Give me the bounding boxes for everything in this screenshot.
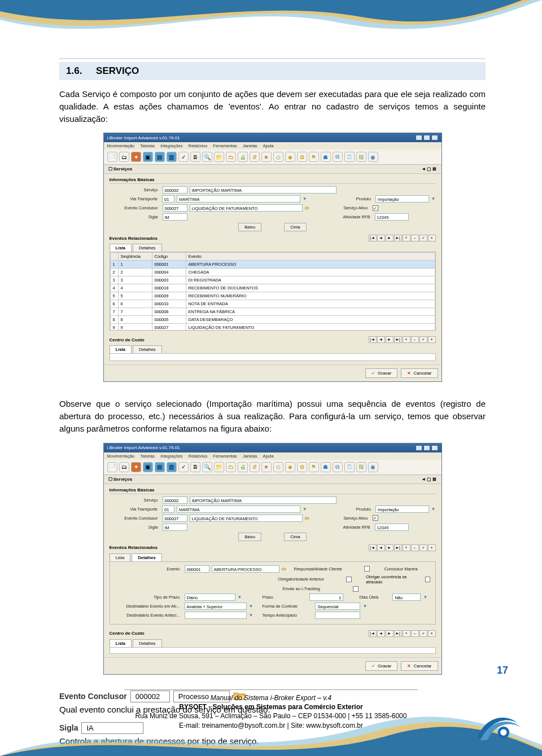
menu-movimentacao[interactable]: Movimentação: [107, 143, 135, 148]
footer-line3: Rua Muniz de Sousa, 591 – Aclimação – Sã…: [0, 711, 542, 720]
toolbar-btn[interactable]: 🗎: [190, 152, 200, 162]
intro-paragraph-1: Cada Serviço é composto por um conjunto …: [59, 88, 486, 125]
table-row[interactable]: 88000005DATA DESEMBARAÇO: [110, 316, 435, 324]
panel-subheader: ☐ Serviços ◄ ▢ ⊠: [104, 165, 442, 174]
tab-detalhes[interactable]: Detalhes: [133, 244, 162, 252]
toolbar-btn[interactable]: ☗: [321, 152, 331, 162]
table-row[interactable]: 22000004CHEGADA: [110, 269, 435, 276]
col-evento[interactable]: Evento: [186, 253, 435, 261]
app-toolbar-2: 📄🗂 ✦ ▣ ▤ ▥ ✓🗎 🔍 📁 🗀 🖨 ⇵ ★ ◇ ◆ ✿ ⚑ ☗ ⧉ 🗒 …: [104, 460, 442, 475]
table-row[interactable]: 55000009RECEBIMENTO NUMERÁRIO: [110, 292, 435, 300]
section-heading: 1.6. SERVIÇO: [59, 62, 486, 80]
toolbar-btn[interactable]: ✦: [131, 152, 141, 162]
btn-gravar[interactable]: ✓Gravar: [365, 368, 397, 378]
toolbar-btn[interactable]: 🗂: [119, 152, 129, 162]
menu-ferramentas[interactable]: Ferramentas: [213, 143, 237, 148]
maximize-icon[interactable]: □: [423, 445, 430, 451]
toolbar-btn[interactable]: ◉: [368, 152, 378, 162]
toolbar-btn[interactable]: 🗒: [344, 152, 355, 162]
toolbar-btn[interactable]: ★: [261, 152, 272, 162]
close-icon[interactable]: ×: [431, 135, 438, 140]
subheader-winctl[interactable]: ◄ ▢ ⊠: [421, 166, 436, 172]
sigla-val[interactable]: IM: [163, 213, 187, 221]
panel-subheader-2: ☐ Serviços ◄ ▢ ⊠: [104, 475, 442, 484]
toolbar-btn[interactable]: ▥: [167, 152, 177, 162]
tabs-cc: Lista Detalhes: [110, 345, 436, 353]
folder-icon[interactable]: 🗁: [305, 516, 309, 521]
document-footer: Manual do Sistema i-Broker Export – v.4 …: [0, 689, 542, 730]
record-nav-cc[interactable]: |◄◄►►|+–✓×: [369, 336, 436, 343]
events-grid[interactable]: Seqüência Código Evento 11000001ABERTURA…: [110, 252, 436, 331]
produto-val[interactable]: Importação: [375, 195, 429, 203]
toolbar-btn[interactable]: ◆: [285, 152, 295, 162]
menu-ajuda[interactable]: Ajuda: [263, 143, 273, 148]
minimize-icon[interactable]: –: [416, 135, 422, 140]
servico-desc[interactable]: IMPORTAÇÃO MARÍTIMA: [190, 186, 336, 194]
table-row[interactable]: 77000008ENTREGA NA FÁBRICA: [110, 308, 435, 316]
label-via: Via Transporte: [110, 196, 160, 201]
menu-janelas[interactable]: Janelas: [243, 143, 257, 148]
table-row[interactable]: 33000003DI REGISTRADA: [110, 276, 435, 284]
col-codigo[interactable]: Código: [152, 253, 186, 261]
toolbar-btn[interactable]: 📄: [107, 152, 117, 162]
folder-icon[interactable]: 🗁: [282, 566, 286, 572]
window-titlebar-2: i-Broker Import Advanced v.01.76.01 – □ …: [104, 443, 442, 452]
btn-cancelar-2[interactable]: ✕Cancelar: [401, 661, 438, 671]
tab-cc-detalhes[interactable]: Detalhes: [133, 345, 162, 353]
menu-integracoes[interactable]: Integrações: [160, 143, 182, 148]
toolbar-btn[interactable]: 🔍: [202, 152, 212, 162]
btn-gravar-2[interactable]: ✓Gravar: [365, 661, 397, 671]
section-title: SERVIÇO: [96, 65, 139, 76]
dropdown-icon[interactable]: ▼: [303, 507, 307, 512]
checkbox-ativo[interactable]: ✓: [373, 205, 378, 211]
toolbar-btn[interactable]: ▤: [155, 152, 165, 162]
via-desc[interactable]: MARÍTIMA: [177, 195, 300, 203]
maximize-icon[interactable]: □: [423, 135, 430, 140]
atividade-val[interactable]: 12345: [375, 213, 409, 221]
footer-line2: BYSOFT - Soluções em Sistemas para Comér…: [0, 702, 542, 711]
toolbar-btn[interactable]: ◇: [273, 152, 283, 162]
btn-baixo[interactable]: Baixo: [238, 223, 261, 231]
col-sequencia[interactable]: Seqüência: [118, 253, 152, 261]
menu-relatorios[interactable]: Relatórios: [188, 143, 207, 148]
dropdown-icon[interactable]: ▼: [303, 196, 307, 201]
toolbar-btn[interactable]: ⧉: [333, 152, 343, 162]
toolbar-btn[interactable]: ₪: [356, 152, 366, 162]
table-row[interactable]: 44000018RECEBIMENTO DE DOCUMENTOS: [110, 284, 435, 292]
footer-line4: E-mail: treinamento@bysoft.com.br | Site…: [0, 721, 542, 730]
tab-lista[interactable]: Lista: [110, 244, 132, 252]
app-menubar[interactable]: Movimentação Tabelas Integrações Relatór…: [104, 142, 442, 150]
label-evento-conc: Evento Conclusor: [110, 205, 160, 210]
menu-tabelas[interactable]: Tabelas: [140, 143, 155, 148]
via-code[interactable]: 01: [162, 195, 174, 203]
window-titlebar: i-Broker Import Advanced v.01.76.01 – □ …: [104, 133, 442, 142]
bysoft-logo-icon: [471, 707, 525, 749]
page-header-swoosh: [0, 0, 542, 62]
tab-cc-lista[interactable]: Lista: [110, 345, 132, 353]
btn-cancelar[interactable]: ✕Cancelar: [401, 368, 438, 378]
dropdown-icon[interactable]: ▼: [431, 196, 436, 201]
toolbar-btn[interactable]: ✿: [297, 152, 307, 162]
table-row[interactable]: 99000027LIQUIDAÇÃO DE FATURAMENTO: [110, 324, 435, 331]
window-controls-2: – □ ×: [416, 445, 438, 451]
label-atividade: Atividade RFB: [333, 214, 373, 219]
toolbar-btn[interactable]: 🗀: [226, 152, 236, 162]
close-icon[interactable]: ×: [431, 445, 438, 451]
evconc-desc[interactable]: LIQUIDAÇÃO DE FATURAMENTO: [190, 204, 303, 212]
servico-code[interactable]: 000002: [163, 186, 187, 194]
btn-cima[interactable]: Cima: [284, 223, 307, 231]
toolbar-btn[interactable]: ✓: [178, 152, 189, 162]
table-row[interactable]: 11000001ABERTURA PROCESSO: [110, 261, 435, 269]
evconc-code[interactable]: 000027: [163, 204, 187, 212]
toolbar-btn[interactable]: 🖨: [238, 152, 248, 162]
dropdown-icon[interactable]: ▼: [431, 507, 436, 512]
toolbar-btn[interactable]: ▣: [143, 152, 153, 162]
minimize-icon[interactable]: –: [416, 445, 422, 451]
table-row[interactable]: 66000010NOTA DE ENTRADA: [110, 300, 435, 308]
toolbar-btn[interactable]: ⚑: [309, 152, 319, 162]
toolbar-btn[interactable]: ⇵: [250, 152, 260, 162]
record-nav[interactable]: |◄◄►►|+–✓×: [369, 235, 436, 241]
folder-icon[interactable]: 🗁: [305, 205, 309, 210]
app-menubar-2[interactable]: Movimentação Tabelas Integrações Relatór…: [104, 452, 442, 460]
toolbar-btn[interactable]: 📁: [214, 152, 224, 162]
